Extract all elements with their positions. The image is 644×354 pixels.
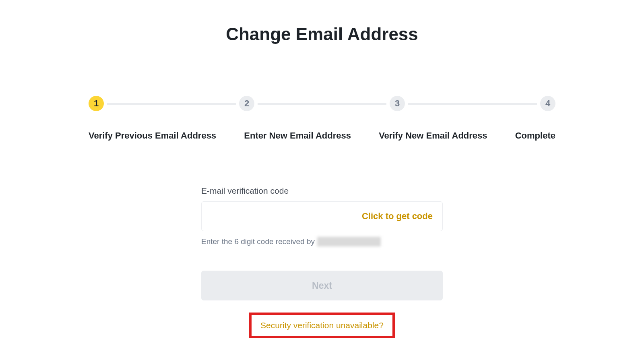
step-circle-1: 1 <box>89 96 104 111</box>
stepper-row: 1 2 3 4 <box>89 96 555 111</box>
form-section: E-mail verification code Click to get co… <box>201 186 443 338</box>
helper-text-label: Enter the 6 digit code received by <box>201 237 315 246</box>
step-label-1: Verify Previous Email Address <box>89 130 216 141</box>
step-label-3: Verify New Email Address <box>379 130 487 141</box>
security-verification-link[interactable]: Security verification unavailable? <box>260 321 384 330</box>
code-input-wrapper: Click to get code <box>201 201 443 231</box>
step-line <box>258 103 386 105</box>
page-title: Change Email Address <box>226 24 418 44</box>
step-label-2: Enter New Email Address <box>244 130 351 141</box>
step-circle-2: 2 <box>239 96 254 111</box>
step-line <box>408 103 537 105</box>
masked-email <box>317 237 381 246</box>
security-link-wrapper: Security verification unavailable? <box>201 313 443 338</box>
security-link-highlight: Security verification unavailable? <box>249 313 395 338</box>
get-code-link[interactable]: Click to get code <box>362 211 433 222</box>
verification-code-input[interactable] <box>211 211 362 221</box>
stepper-labels: Verify Previous Email Address Enter New … <box>89 130 555 141</box>
field-label: E-mail verification code <box>201 186 443 196</box>
next-button[interactable]: Next <box>201 271 443 300</box>
step-circle-4: 4 <box>540 96 555 111</box>
step-label-4: Complete <box>515 130 555 141</box>
helper-text: Enter the 6 digit code received by <box>201 237 443 246</box>
step-circle-3: 3 <box>390 96 405 111</box>
step-line <box>107 103 236 105</box>
stepper: 1 2 3 4 Verify Previous Email Address En… <box>89 96 555 141</box>
